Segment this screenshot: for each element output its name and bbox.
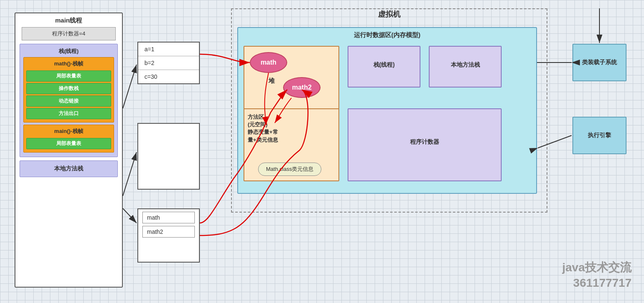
watermark: java技术交流 361177717 [562,260,632,290]
var-b: b=2 [138,56,199,70]
watermark-line1: java技术交流 [562,261,632,274]
main-thread-box: main线程 程序计数器=4 栈(线程) math()-栈帧 局部表量表 操作数… [15,13,123,288]
main-thread-title: main线程 [15,13,122,27]
ref-math: math [142,212,195,223]
operand-stack: 操作数栈 [26,83,111,94]
exec-engine-box: 执行引擎 [572,117,627,154]
main-frame: main()-栈帧 局部表量表 [23,125,114,153]
main-frame-title: main()-栈帧 [26,127,111,137]
math-frame-title: math()-栈帧 [26,59,111,69]
stack-section: 栈(线程) math()-栈帧 局部表量表 操作数栈 动态链接 方法出口 mai… [20,44,118,157]
diagram-container: main线程 程序计数器=4 栈(线程) math()-栈帧 局部表量表 操作数… [0,0,644,303]
stack-section-title: 栈(线程) [23,46,114,57]
prog-counter-label: 程序计数器 [348,109,501,175]
local-method-rt-box: 本地方法栈 [429,46,502,88]
svg-line-4 [123,152,137,196]
local-method-rt-label: 本地方法栈 [430,47,501,83]
watermark-line2: 361177717 [573,276,632,289]
class-loader-box: 类装载子系统 [572,44,627,81]
method-area-text: 方法区(元空间)静态变量+常量+类元信息 [244,109,338,145]
math-class-bubble: Math.class类元信息 [258,163,321,176]
local-method-box: 本地方法栈 [20,160,118,177]
stack-thread-label: 栈(线程) [348,47,420,83]
runtime-title: 运行时数据区(内存模型) [238,28,536,42]
program-counter-box: 程序计数器=4 [22,27,116,40]
var-a: a=1 [138,43,199,56]
main-local-var-table: 局部表量表 [26,138,111,149]
empty-box-1 [137,123,200,190]
var-box-1: a=1 b=2 c=30 [137,42,200,84]
local-var-table: 局部表量表 [26,70,111,82]
vm-title: 虚拟机 [374,8,405,20]
method-exit: 方法出口 [26,108,111,119]
heap-label: 堆 [269,77,275,85]
var-c: c=30 [138,70,199,83]
math-frame: math()-栈帧 局部表量表 操作数栈 动态链接 方法出口 [23,57,114,123]
svg-line-5 [123,208,137,223]
ref-box: math math2 [137,208,200,263]
var-box-inner: a=1 b=2 c=30 [137,42,200,84]
prog-counter-rt-box: 程序计数器 [348,108,502,181]
math-ellipse: math [250,52,287,73]
stack-thread-box-rt: 栈(线程) [348,46,420,88]
dynamic-link: 动态链接 [26,95,111,107]
ref-math2: math2 [142,226,195,238]
svg-line-3 [123,65,137,108]
math2-ellipse: math2 [283,77,321,98]
